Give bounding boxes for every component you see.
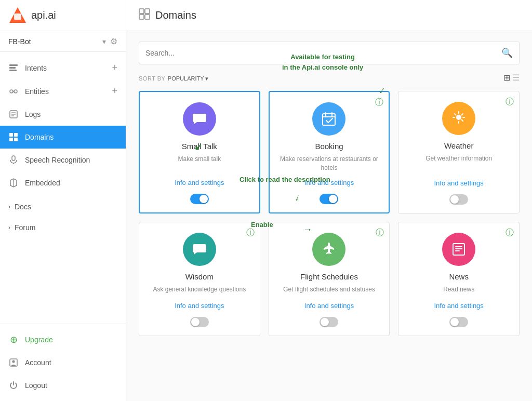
sidebar-item-entities[interactable]: Entities + [0, 79, 126, 103]
svg-rect-2 [14, 14, 21, 20]
sort-label-group: SORT BY POPULARITY ▾ [139, 73, 208, 83]
toggle-knob [191, 318, 200, 326]
list-view-icon[interactable]: ☰ [512, 73, 520, 83]
sidebar-item-docs[interactable]: › Docs [0, 196, 126, 217]
sidebar-item-speech[interactable]: Speech Recognition [0, 149, 126, 171]
weather-toggle[interactable] [449, 194, 468, 205]
logo-text: api.ai [31, 9, 56, 21]
domains-grid: Small Talk Make small talk Info and sett… [139, 91, 520, 336]
domains-page-icon [139, 8, 150, 22]
booking-avatar [312, 102, 345, 136]
small-talk-toggle[interactable] [190, 194, 209, 204]
svg-line-37 [462, 114, 463, 115]
sidebar-item-domains[interactable]: Domains [0, 126, 126, 149]
sort-by-label: SORT BY [139, 75, 165, 82]
sidebar-label-intents: Intents [25, 64, 47, 72]
svg-rect-39 [455, 246, 462, 247]
news-info-icon[interactable]: ⓘ [506, 228, 514, 238]
sidebar-item-upgrade[interactable]: ⊕ Upgrade [0, 328, 126, 351]
booking-info-icon[interactable]: ⓘ [375, 97, 383, 108]
booking-desc: Make reservations at restaurants or hote… [278, 155, 381, 172]
svg-rect-17 [12, 156, 15, 161]
svg-point-7 [14, 90, 17, 93]
sidebar-label-embedded: Embedded [25, 179, 60, 187]
sidebar-label-speech: Speech Recognition [25, 156, 90, 164]
news-name: News [449, 272, 469, 281]
sidebar-item-account[interactable]: Account [0, 351, 126, 374]
sidebar-item-logout[interactable]: Logout [0, 374, 126, 397]
wisdom-desc: Ask general knowledge questions [153, 285, 246, 296]
bot-selector[interactable]: FB-Bot ▾ ⚙ [0, 31, 126, 52]
add-intent-button[interactable]: + [112, 62, 117, 73]
sidebar-item-logs[interactable]: Logs [0, 103, 126, 126]
weather-info-icon[interactable]: ⓘ [506, 97, 514, 108]
sidebar-label-entities: Entities [25, 87, 49, 96]
svg-rect-15 [9, 138, 13, 141]
small-talk-settings-link[interactable]: Info and settings [175, 179, 224, 186]
sidebar-item-intents[interactable]: Intents + [0, 56, 126, 79]
toggle-knob [321, 318, 329, 326]
toggle-knob [329, 195, 337, 203]
chevron-right-icon: › [8, 203, 10, 210]
wisdom-name: Wisdom [185, 272, 214, 281]
wisdom-info-icon[interactable]: ⓘ [246, 228, 255, 238]
intents-icon [8, 63, 19, 73]
flight-toggle[interactable] [320, 317, 338, 327]
booking-toggle[interactable] [320, 194, 338, 204]
bot-controls: ▾ ⚙ [102, 36, 117, 46]
flight-info-icon[interactable]: ⓘ [376, 228, 384, 238]
weather-settings-link[interactable]: Info and settings [434, 179, 483, 187]
flight-avatar [312, 233, 345, 266]
weather-name: Weather [444, 141, 473, 150]
svg-rect-5 [9, 70, 17, 71]
toggle-knob [450, 318, 459, 326]
domain-card-flight-schedules: ⓘ Flight Schedules Get flight schedules … [269, 222, 390, 336]
logo-icon [8, 6, 27, 25]
chevron-down-icon[interactable]: ▾ [102, 37, 106, 46]
view-toggle: ⊞ ☰ [503, 73, 520, 83]
sidebar-item-forum[interactable]: › Forum [0, 217, 126, 238]
sidebar-item-embedded[interactable]: Embedded [0, 171, 126, 194]
news-toggle[interactable] [449, 317, 468, 327]
flight-settings-link[interactable]: Info and settings [304, 302, 354, 310]
svg-point-30 [456, 115, 461, 120]
svg-line-36 [462, 120, 463, 122]
sidebar: api.ai FB-Bot ▾ ⚙ Intents + Entities + [0, 0, 126, 401]
sidebar-label-upgrade: Upgrade [25, 336, 53, 344]
sidebar-bottom: ⊕ Upgrade Account Logout [0, 324, 126, 401]
wisdom-toggle[interactable] [190, 317, 209, 327]
domain-card-news: ⓘ News Read news Info and settings [398, 222, 520, 336]
booking-name: Booking [315, 142, 343, 151]
add-entity-button[interactable]: + [112, 86, 117, 97]
news-settings-link[interactable]: Info and settings [434, 302, 483, 310]
upgrade-icon: ⊕ [8, 335, 19, 345]
wisdom-settings-link[interactable]: Info and settings [175, 302, 224, 310]
weather-avatar [442, 102, 475, 135]
domains-icon [8, 132, 19, 142]
svg-line-35 [455, 114, 456, 115]
gear-icon[interactable]: ⚙ [110, 36, 117, 46]
svg-rect-41 [455, 250, 460, 251]
search-input[interactable] [145, 49, 501, 57]
sidebar-label-logs: Logs [25, 110, 41, 118]
weather-desc: Get weather information [425, 154, 492, 173]
page-title: Domains [155, 9, 196, 21]
toggle-knob [200, 195, 208, 203]
booking-settings-link[interactable]: Info and settings [304, 179, 354, 186]
entities-icon [8, 86, 19, 97]
sort-value[interactable]: POPULARITY ▾ [168, 75, 209, 82]
sidebar-label-account: Account [25, 358, 51, 367]
sidebar-label-forum: Forum [15, 223, 35, 232]
main-header: Domains [126, 0, 532, 31]
svg-rect-3 [9, 64, 18, 66]
svg-rect-13 [9, 133, 13, 137]
svg-rect-4 [9, 67, 16, 69]
logs-icon [8, 109, 19, 119]
embedded-icon [8, 178, 19, 188]
sidebar-label-domains: Domains [25, 133, 54, 141]
main-body: 🔍 SORT BY POPULARITY ▾ ⊞ ☰ Small Talk Ma… [126, 31, 532, 401]
sort-bar: SORT BY POPULARITY ▾ ⊞ ☰ [139, 73, 520, 83]
svg-rect-40 [455, 248, 462, 249]
svg-point-6 [10, 90, 13, 93]
grid-view-icon[interactable]: ⊞ [503, 73, 510, 83]
